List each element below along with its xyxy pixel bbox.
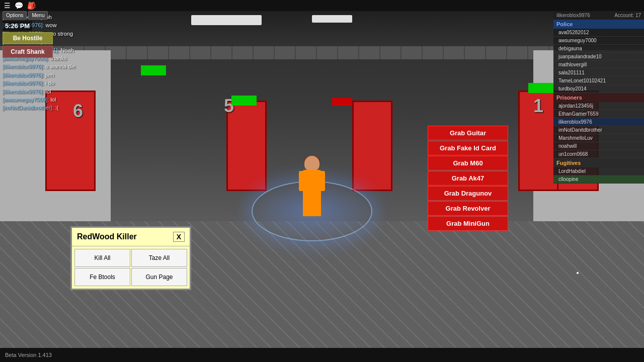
- player-ilikeroblox: ilikeroblox9976: [553, 118, 644, 126]
- menu-button[interactable]: Menu: [28, 11, 48, 20]
- kill-all-button[interactable]: Kill All: [74, 249, 130, 267]
- chat-msg-12: [imNotDanidbrother]: :(: [3, 104, 98, 112]
- grab-revolver-button[interactable]: Grab Revolver: [428, 201, 508, 216]
- time-display: 5:26 PM: [3, 21, 32, 31]
- player-ava05282012: ava05282012: [553, 29, 644, 37]
- player-mathlovergill: mathlovergill: [553, 61, 644, 69]
- player-clloopine: clloopine: [553, 175, 644, 184]
- redwood-killer-dialog: RedWood Killer X Kill All Taze All Fe Bt…: [70, 226, 191, 290]
- prisoners-section-header: Prisoners: [553, 93, 644, 102]
- craft-shank-button[interactable]: Craft Shank: [3, 46, 53, 58]
- chat-msg-7: [ilikeroblox9976]: u wanna die: [3, 63, 98, 70]
- grab-ak47-button[interactable]: Grab Ak47: [428, 171, 508, 186]
- be-hostile-button[interactable]: Be Hostile: [3, 32, 53, 44]
- grab-menu: Grab Guitar Grab Fake Id Card Grab M60 G…: [428, 126, 508, 231]
- player-lordhabdiel: LordHabdiel: [553, 167, 644, 175]
- char-body: [303, 170, 321, 198]
- gun-page-button[interactable]: Gun Page: [131, 268, 187, 286]
- account-label: Account: 17: [614, 13, 641, 18]
- player-character: [292, 156, 332, 231]
- dialog-close-button[interactable]: X: [173, 232, 185, 242]
- username-label: ilikeroblox9976: [556, 13, 590, 18]
- player-awsumeguy7000: awsumeguy7000: [553, 37, 644, 45]
- green-indicator-1: [141, 65, 166, 75]
- player-tamelonet: TameLonet10102421: [553, 77, 644, 85]
- chat-msg-11: [awsumeguy7000]: lol: [3, 96, 98, 104]
- grab-dragunov-button[interactable]: Grab Dragunov: [428, 186, 508, 201]
- chat-msg-10: [ilikeroblox9976]: lol: [3, 88, 98, 96]
- grab-m60-button[interactable]: Grab M60: [428, 156, 508, 170]
- menu-icon[interactable]: ☰: [4, 2, 11, 10]
- cell-number-1: 1: [533, 96, 543, 117]
- ceiling-light-2: [312, 15, 352, 23]
- grab-fake-id-button[interactable]: Grab Fake Id Card: [428, 141, 508, 155]
- dialog-buttons-grid: Kill All Taze All Fe Btools Gun Page: [72, 246, 190, 289]
- player-sala201111: sala201111: [553, 69, 644, 77]
- chat-msg-8: [ilikeroblox9976]: jvm: [3, 71, 98, 79]
- top-left-controls: Options Menu 5:26 PM Be Hostile Craft Sh…: [3, 11, 53, 58]
- top-bar-icons: ☰ 💬 🎒: [0, 0, 40, 11]
- player-ajordan: ajordan123456j: [553, 102, 644, 110]
- green-indicator-2: [231, 96, 257, 106]
- player-panel: ilikeroblox9976 Account: 17 Police ava05…: [553, 11, 644, 184]
- chat-msg-9: [ilikeroblox9976]: i do: [3, 79, 98, 87]
- fugitives-section-header: Fugitives: [553, 158, 644, 167]
- dialog-title: RedWood Killer: [77, 232, 137, 241]
- red-indicator-1: [332, 98, 352, 106]
- player-turdboy2014: turdboy2014: [553, 85, 644, 93]
- cursor-dot: [577, 272, 579, 274]
- player-un1corn: un1corn0668: [553, 150, 644, 158]
- player-imnotdanit: imNotDanitdbrother: [553, 126, 644, 134]
- police-section-header: Police: [553, 20, 644, 29]
- taze-all-button[interactable]: Taze All: [131, 249, 187, 267]
- player-juanpaulandrade10: juanpaulandrade10: [553, 53, 644, 61]
- fe-btools-button[interactable]: Fe Btools: [74, 268, 130, 286]
- dialog-title-bar: RedWood Killer X: [72, 228, 190, 246]
- prison-door-3: [352, 101, 392, 191]
- grab-minigun-button[interactable]: Grab MiniGun: [428, 216, 508, 231]
- ceiling-light-1: [191, 15, 262, 25]
- char-legs: [303, 196, 321, 216]
- chat-icon[interactable]: 💬: [15, 2, 23, 10]
- green-indicator-3: [528, 83, 553, 93]
- control-row-1: Options Menu: [3, 11, 53, 20]
- player-panel-header: ilikeroblox9976 Account: 17: [553, 11, 644, 20]
- grab-guitar-button[interactable]: Grab Guitar: [428, 126, 508, 140]
- inventory-icon[interactable]: 🎒: [27, 2, 36, 10]
- player-ethangamer: EthanGamerT659: [553, 110, 644, 118]
- char-head: [304, 156, 319, 171]
- bottom-bar: Beta Version 1.413: [0, 348, 644, 362]
- beta-version-label: Beta Version 1.413: [5, 352, 52, 358]
- player-noahwill: noahwill: [553, 142, 644, 150]
- player-marshmello: MarshmelloLuv: [553, 134, 644, 142]
- player-debigauna: debigauna: [553, 45, 644, 53]
- options-button[interactable]: Options: [3, 11, 27, 20]
- top-bar: ☰ 💬 🎒: [0, 0, 644, 11]
